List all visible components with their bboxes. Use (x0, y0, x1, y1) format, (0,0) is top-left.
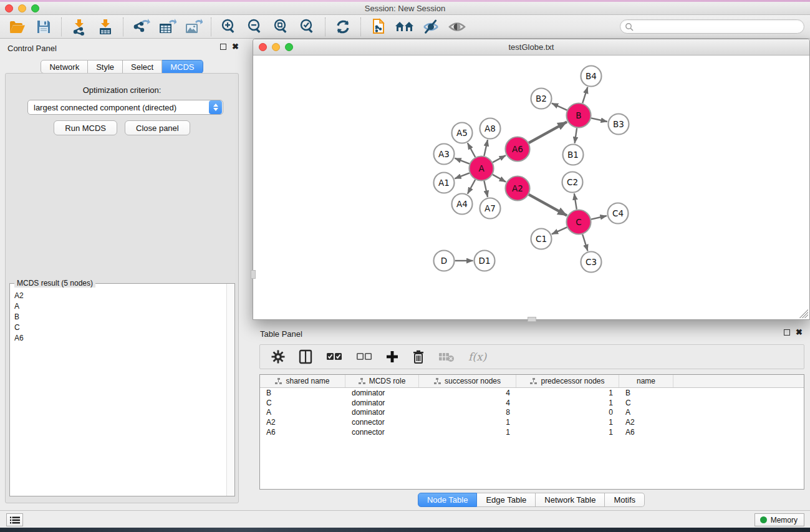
node-B[interactable]: B (567, 104, 591, 128)
edge-A-A3[interactable] (455, 158, 470, 164)
edge-A-A7[interactable] (484, 181, 488, 197)
select-all-icon[interactable] (326, 352, 342, 361)
tab-style[interactable]: Style (88, 60, 123, 74)
edge-B-B2[interactable] (552, 104, 567, 110)
node-D1[interactable]: D1 (475, 251, 495, 271)
node-A2[interactable]: A2 (506, 177, 530, 201)
cell-name[interactable]: B (619, 389, 673, 397)
edge-B-B1[interactable] (575, 128, 577, 143)
edge-B-B3[interactable] (591, 118, 607, 122)
node-A5[interactable]: A5 (452, 123, 473, 143)
tab-node-table[interactable]: Node Table (418, 493, 478, 507)
node-C3[interactable]: C3 (581, 252, 602, 273)
column-header-name[interactable]: name (619, 375, 673, 387)
memory-button[interactable]: Memory (755, 513, 804, 526)
network-view-window[interactable]: testGlobe.txt B4B2BB3A8A5A6A3B1AA1C2A2A4… (253, 39, 810, 320)
show-panel-icon[interactable] (446, 17, 468, 37)
node-B1[interactable]: B1 (563, 145, 584, 165)
column-visibility-icon[interactable] (299, 349, 312, 364)
table-row[interactable]: Bdominator41B (260, 388, 804, 398)
import-table-icon[interactable] (94, 17, 117, 37)
edge-A-A8[interactable] (484, 140, 488, 156)
network-document-icon[interactable] (367, 17, 390, 37)
node-A[interactable]: A (470, 157, 494, 181)
import-network-icon[interactable] (68, 17, 90, 37)
close-panel-button[interactable]: Close panel (125, 120, 190, 135)
result-item[interactable]: C (11, 322, 226, 332)
hide-panel-icon[interactable] (420, 17, 442, 37)
node-A6[interactable]: A6 (506, 137, 530, 162)
add-row-icon[interactable] (386, 351, 398, 363)
cell-shared_name[interactable]: A6 (260, 428, 345, 437)
result-item[interactable]: A (11, 301, 226, 311)
cell-mcds_role[interactable]: connector (345, 418, 419, 427)
tab-mcds[interactable]: MCDS (162, 60, 203, 74)
edge-A6-B[interactable] (529, 122, 567, 143)
result-item[interactable]: A6 (11, 332, 226, 343)
edge-C-C3[interactable] (582, 235, 587, 251)
cell-shared_name[interactable]: B (260, 389, 345, 397)
cell-predecessor_nodes[interactable]: 1 (516, 428, 619, 437)
column-header-predecessor-nodes[interactable]: predecessor nodes (516, 375, 619, 387)
close-panel-icon[interactable]: ✖ (232, 44, 239, 50)
cell-mcds_role[interactable]: dominator (345, 408, 419, 417)
search-box[interactable] (620, 19, 804, 34)
optimization-criterion-dropdown[interactable]: largest connected component (directed) (27, 100, 223, 115)
node-table[interactable]: shared nameMCDS rolesuccessor nodesprede… (259, 374, 804, 490)
float-panel-icon[interactable] (220, 44, 226, 50)
export-table-icon[interactable] (156, 17, 178, 37)
result-item[interactable]: A2 (11, 290, 226, 301)
node-C2[interactable]: C2 (562, 172, 583, 193)
dropdown-stepper-icon[interactable] (209, 100, 222, 114)
refresh-layout-icon[interactable] (332, 17, 354, 37)
cell-successor_nodes[interactable]: 8 (419, 408, 516, 417)
result-scrollbar[interactable] (226, 284, 234, 496)
node-B3[interactable]: B3 (609, 114, 629, 135)
bottom-splitter-handle[interactable] (528, 317, 536, 322)
cell-successor_nodes[interactable]: 1 (419, 428, 516, 437)
edge-A-A6[interactable] (493, 155, 506, 162)
home-overview-icon[interactable] (393, 17, 416, 37)
cell-predecessor_nodes[interactable]: 1 (516, 418, 619, 427)
tab-motifs[interactable]: Motifs (605, 493, 645, 507)
mcds-result-list[interactable]: A2ABCA6 (11, 290, 226, 495)
cell-name[interactable]: C (619, 399, 673, 407)
column-header-MCDS-role[interactable]: MCDS role (345, 375, 419, 387)
deselect-all-icon[interactable] (356, 352, 372, 361)
zoom-in-icon[interactable] (218, 17, 240, 37)
tab-edge-table[interactable]: Edge Table (477, 493, 536, 507)
node-C4[interactable]: C4 (608, 203, 629, 224)
left-splitter-handle[interactable] (251, 270, 256, 279)
table-row[interactable]: A6connector11A6 (260, 427, 804, 437)
network-window-titlebar[interactable]: testGlobe.txt (253, 39, 809, 56)
cell-predecessor_nodes[interactable]: 1 (516, 399, 619, 407)
cell-name[interactable]: A (619, 408, 673, 417)
node-B2[interactable]: B2 (531, 89, 552, 109)
search-input[interactable] (634, 21, 804, 32)
cell-shared_name[interactable]: A2 (260, 418, 345, 427)
table-row[interactable]: A2connector11A2 (260, 417, 804, 427)
cell-successor_nodes[interactable]: 1 (419, 418, 516, 427)
table-row[interactable]: Cdominator41C (260, 398, 804, 408)
cell-successor_nodes[interactable]: 4 (419, 389, 516, 397)
export-image-icon[interactable] (182, 17, 205, 37)
node-A7[interactable]: A7 (480, 198, 501, 219)
save-session-icon[interactable] (32, 17, 55, 37)
node-A4[interactable]: A4 (452, 194, 473, 215)
table-settings-gear-icon[interactable] (271, 350, 285, 364)
table-row[interactable]: Adominator80A (260, 408, 804, 418)
export-network-icon[interactable] (130, 17, 152, 37)
column-header-shared-name[interactable]: shared name (260, 375, 345, 387)
node-A3[interactable]: A3 (434, 144, 455, 165)
delete-column-icon[interactable] (438, 351, 455, 362)
edge-A-A2[interactable] (493, 175, 506, 182)
cell-name[interactable]: A6 (619, 428, 673, 437)
cell-mcds_role[interactable]: connector (345, 428, 419, 437)
cell-shared_name[interactable]: C (260, 399, 345, 407)
edge-A-A5[interactable] (468, 143, 475, 157)
cell-mcds_role[interactable]: dominator (345, 389, 419, 397)
column-header-successor-nodes[interactable]: successor nodes (419, 375, 516, 387)
edge-A2-C[interactable] (529, 195, 567, 216)
cell-name[interactable]: A2 (619, 418, 673, 427)
main-titlebar[interactable]: Session: New Session (0, 2, 810, 15)
